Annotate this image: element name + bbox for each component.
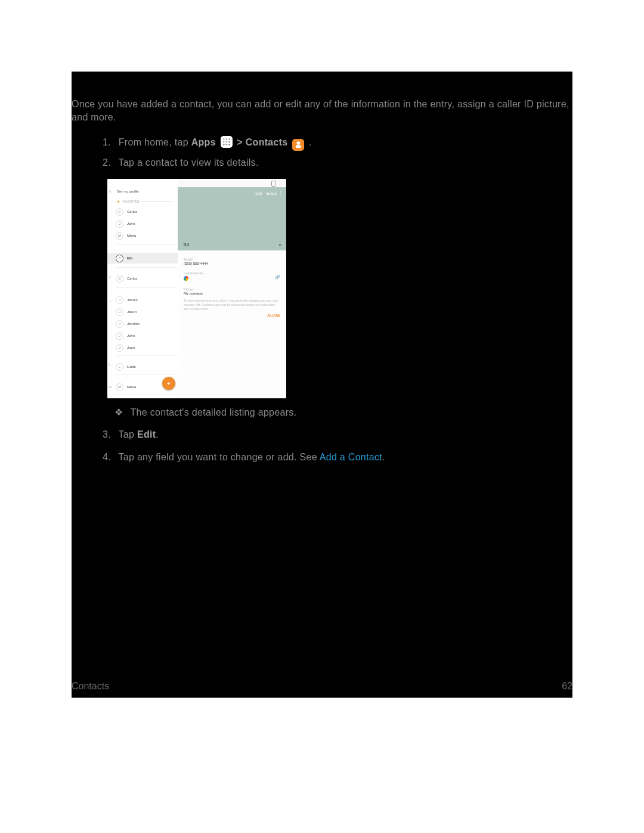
intro-paragraph: Once you have added a contact, you can a… [72,98,572,124]
contact-name: Carlos [127,210,137,213]
list-number: 3. [99,429,111,440]
contact-name: Linda [127,365,136,368]
add-contact-fab[interactable]: + [162,377,175,390]
avatar: J [116,220,123,228]
rail-letter[interactable]: M [109,385,112,389]
contact-detail-pane: EDIT SHARE ⋮ Bill B Mobile (555) 555-444… [178,187,286,398]
step-text: Tap [118,429,137,439]
footer-page-number: 62 [562,681,572,692]
divider [137,201,173,202]
avatar: J [116,308,123,316]
contact-hero: EDIT SHARE ⋮ Bill B [178,187,286,250]
page: Once you have added a contact, you can a… [0,0,644,833]
diamond-bullet-icon: ❖ [114,407,120,418]
contact-row[interactable]: C Carlos [116,206,177,217]
favorites-label: FAVORITES [122,200,139,203]
rail-letter[interactable]: A [109,190,111,193]
bullet-text: The contact's detailed listing appears. [130,407,296,417]
avatar: L [116,363,123,371]
divider [116,267,177,268]
contact-initial: B [279,243,281,247]
avatar: J [116,332,123,340]
alpha-rail[interactable]: A B C J L M [107,187,114,398]
gt: > [237,137,245,147]
contact-row[interactable]: L Linda [116,361,177,372]
phone-number[interactable]: (555) 555-4444 [184,262,280,265]
phone-label: Mobile [184,258,280,261]
step-1: 1. From home, tap Apps > Contacts . [99,136,312,151]
contact-name: John [127,334,135,337]
contact-list-pane: A B C J L M Set my profile ★ FAVORITES C… [107,179,178,398]
contact-name: Maria [127,385,136,389]
edit-label: Edit [137,429,156,439]
step-text: Tap a contact to view its details. [118,157,258,168]
contact-name: Jason [127,310,137,314]
avatar: J [116,344,123,352]
step-end: . [156,429,159,439]
rail-letter[interactable]: L [109,363,111,366]
contact-name: Bill [184,243,189,247]
rail-letter[interactable]: J [109,299,111,303]
contact-name: Juan [127,346,135,349]
contact-name: Jennifer [127,322,140,326]
step-4: 4. Tap any field you want to change or a… [99,452,385,463]
contact-name: John [127,222,135,225]
avatar: J [116,296,123,304]
share-button[interactable]: SHARE [266,192,277,196]
divider [116,374,177,375]
contact-name: Maria [127,234,136,237]
overflow-menu-icon[interactable]: ⋮ [278,190,283,196]
contacts-icon [292,139,304,151]
divider [116,287,177,288]
contact-row[interactable]: M Maria [116,230,177,241]
rail-letter[interactable]: C [109,275,112,279]
divider [116,244,177,245]
mic-icon[interactable] [271,181,275,187]
content-block: Once you have added a contact, you can a… [72,72,572,698]
contact-row[interactable]: J Jennifer [116,318,177,329]
avatar: M [116,232,123,240]
contact-row-selected[interactable]: B Bill [107,253,178,264]
list-number: 2. [99,157,111,168]
favorites-header: ★ FAVORITES [117,199,139,203]
step-end: . [382,452,385,462]
star-icon: ★ [117,200,120,203]
overflow-menu-icon[interactable]: ⋮ [277,180,283,186]
groups-label: Groups [184,287,280,291]
edit-button[interactable]: EDIT [256,192,262,196]
avatar: C [116,275,123,283]
step-text: From home, tap [119,137,191,147]
avatar: B [116,255,123,262]
contacts-label: Contacts [246,137,288,147]
contact-row[interactable]: J Juan [116,342,177,353]
add-contact-link[interactable]: Add a Contact [320,452,382,462]
contact-row[interactable]: J John [116,330,177,341]
contact-name: James [127,298,138,302]
contact-name: Carlos [127,277,137,280]
step-end: . [309,137,312,147]
divider [116,355,177,356]
avatar: C [116,208,123,216]
list-number: 4. [99,452,111,463]
step-text: Tap any field you want to change or add.… [118,452,319,462]
footer-section: Contacts [72,681,109,692]
contact-row[interactable]: J James [116,295,177,305]
apps-icon [221,136,233,148]
contact-row[interactable]: J John [116,218,177,229]
link-icon[interactable]: 🔗 [275,275,280,280]
google-icon [184,276,188,281]
contact-row[interactable]: J Jason [116,306,177,317]
sub-bullet: ❖ The contact's detailed listing appears… [114,407,296,418]
step-3: 3. Tap Edit. [99,429,159,440]
contact-info: Mobile (555) 555-4444 Connected via 🔗 Gr… [178,250,286,322]
contact-name: Bill [127,256,132,260]
list-number: 1. [99,137,111,148]
my-profile[interactable]: Set my profile [117,190,139,193]
allow-button[interactable]: ALLOW [184,314,280,317]
avatar: M [116,383,123,391]
step-2: 2. Tap a contact to view its details. [99,157,259,168]
contact-row[interactable]: C Carlos [116,273,177,284]
apps-label: Apps [191,137,216,147]
screenshot: CONTACTS Search ⋮ A B C J L M Set my pro… [107,179,286,398]
avatar: J [116,320,123,328]
